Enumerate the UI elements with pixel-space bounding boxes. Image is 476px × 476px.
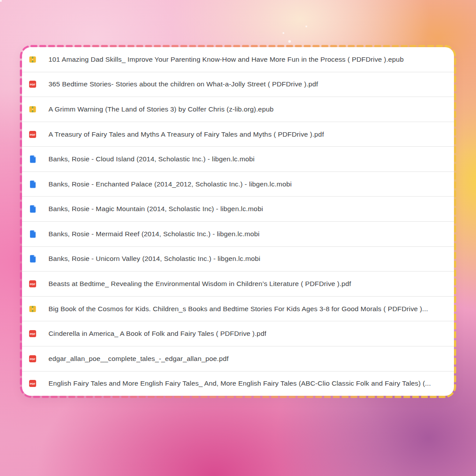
file-name: A Grimm Warning (The Land of Stories 3) … (48, 105, 274, 113)
file-name: Banks, Rosie - Magic Mountain (2014, Sch… (48, 205, 263, 213)
file-row[interactable]: A Grimm Warning (The Land of Stories 3) … (22, 97, 454, 122)
file-list-panel: 101 Amazing Dad Skills_ Improve Your Par… (20, 45, 456, 398)
file-row[interactable]: Banks, Rosie - Cloud Island (2014, Schol… (22, 147, 454, 172)
file-row[interactable]: PDF English Fairy Tales and More English… (22, 372, 454, 396)
file-row[interactable]: PDF 365 Bedtime Stories- Stories about t… (22, 72, 454, 97)
file-row[interactable]: PDF Cinderella in America_ A Book of Fol… (22, 321, 454, 346)
archive-icon (28, 55, 37, 64)
svg-text:PDF: PDF (30, 382, 36, 385)
file-row[interactable]: Banks, Rosie - Magic Mountain (2014, Sch… (22, 197, 454, 222)
file-name: A Treasury of Fairy Tales and Myths A Tr… (48, 130, 324, 138)
file-name: Banks, Rosie - Enchanted Palace (2014_20… (48, 180, 292, 188)
background-sparkles (0, 0, 2, 2)
pdf-icon: PDF (28, 130, 37, 139)
file-row[interactable]: PDF edgar_allan_poe__complete_tales_-_ed… (22, 346, 454, 372)
file-name: Big Book of the Cosmos for Kids. Childre… (48, 305, 428, 313)
file-row[interactable]: Banks, Rosie - Enchanted Palace (2014_20… (22, 172, 454, 197)
file-name: Banks, Rosie - Cloud Island (2014, Schol… (48, 155, 255, 163)
pdf-icon: PDF (28, 80, 37, 89)
pdf-icon: PDF (28, 354, 37, 363)
archive-icon (28, 305, 37, 313)
pdf-icon: PDF (28, 329, 37, 338)
file-row[interactable]: Banks, Rosie - Unicorn Valley (2014, Sch… (22, 247, 454, 272)
file-icon (28, 205, 37, 213)
file-name: Beasts at Bedtime_ Revealing the Environ… (48, 280, 351, 288)
archive-icon (28, 105, 37, 114)
file-icon (28, 155, 37, 164)
svg-text:PDF: PDF (30, 357, 36, 360)
file-name: edgar_allan_poe__complete_tales_-_edgar_… (48, 355, 229, 363)
file-icon (28, 180, 37, 189)
file-name: 101 Amazing Dad Skills_ Improve Your Par… (48, 56, 404, 63)
file-list: 101 Amazing Dad Skills_ Improve Your Par… (22, 47, 454, 396)
file-icon (28, 230, 37, 238)
file-name: English Fairy Tales and More English Fai… (48, 379, 431, 387)
file-name: Banks, Rosie - Mermaid Reef (2014, Schol… (48, 230, 260, 238)
svg-text:PDF: PDF (30, 133, 36, 136)
pdf-icon: PDF (28, 279, 37, 288)
file-row[interactable]: PDF Beasts at Bedtime_ Revealing the Env… (22, 271, 454, 297)
file-row[interactable]: Big Book of the Cosmos for Kids. Childre… (22, 297, 454, 322)
svg-text:PDF: PDF (30, 283, 36, 286)
file-row[interactable]: PDF A Treasury of Fairy Tales and Myths … (22, 122, 454, 147)
svg-text:PDF: PDF (30, 332, 36, 335)
file-name: Cinderella in America_ A Book of Folk an… (48, 330, 266, 338)
file-name: Banks, Rosie - Unicorn Valley (2014, Sch… (48, 255, 260, 263)
pdf-icon: PDF (28, 379, 37, 388)
file-row[interactable]: 101 Amazing Dad Skills_ Improve Your Par… (22, 47, 454, 72)
file-icon (28, 254, 37, 263)
file-row[interactable]: Banks, Rosie - Mermaid Reef (2014, Schol… (22, 222, 454, 247)
svg-text:PDF: PDF (30, 83, 36, 86)
file-name: 365 Bedtime Stories- Stories about the c… (48, 80, 318, 88)
